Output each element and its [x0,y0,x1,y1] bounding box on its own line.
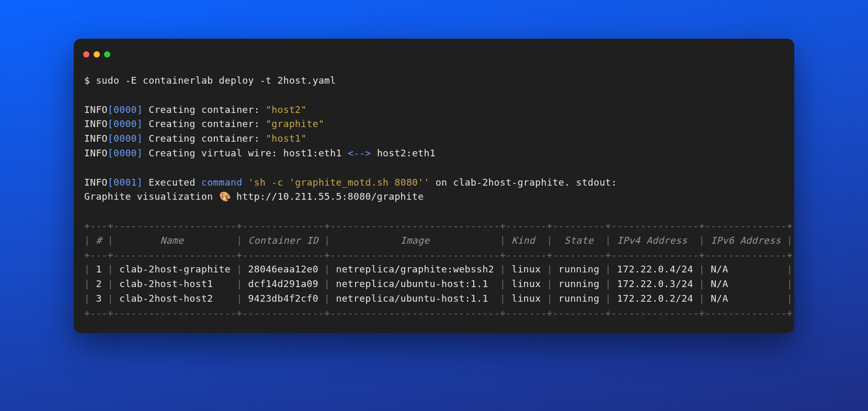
log-line-exec: INFO[0001] Executed command 'sh -c 'grap… [84,175,784,190]
td-state: running [558,293,599,304]
prompt-symbol: $ [84,75,96,86]
td-num: 3 [96,293,101,304]
palette-icon: 🎨 [219,191,231,202]
sep: | [231,278,248,289]
log-line-create-2: INFO[0000] Creating container: "host1" [84,131,784,146]
td-ipv6: N/A [711,264,781,275]
sep: | [599,264,617,275]
log-tag: INFO [84,104,108,115]
sep: | [84,293,96,304]
table-header-row: | # | Name | Container ID | Image | Kind… [84,233,784,248]
th-ipv4: IPv4 Address [617,235,693,246]
sep: | [781,235,793,246]
td-ipv4: 172.22.0.4/24 [617,264,693,275]
sep: | [318,235,336,246]
vis-url: http://10.211.55.5:8080/graphite [231,191,424,202]
td-container-id: 28046eaa12e0 [248,264,318,275]
table-border: +---+---------------------+-------------… [84,249,793,260]
exec-quote: '' [418,177,429,188]
log-timestamp: [0001] [108,177,143,188]
td-ipv6: N/A [711,278,781,289]
maximize-icon[interactable] [104,51,110,58]
sep: | [231,293,248,304]
sep: | [318,278,336,289]
th-ipv6: IPv6 Address [711,235,781,246]
th-container-id: Container ID [248,235,318,246]
table-row-1: | 2 | clab-2host-host1 | dcf14d291a09 | … [84,277,784,291]
sep: | [494,293,512,304]
th-image: Image [336,235,494,246]
td-name: clab-2host-host2 [119,293,231,304]
sep: | [84,278,96,289]
sep: | [102,264,120,275]
sep: | [599,278,617,289]
exec-quote: 'sh -c ' [248,177,295,188]
log-line-visualization: Graphite visualization 🎨 http://10.211.5… [84,189,784,204]
sep: | [318,264,336,275]
sep: | [541,264,558,275]
sep: | [494,264,512,275]
log-text: Creating container: [143,133,266,144]
sep: | [599,235,617,246]
sep: | [231,264,248,275]
log-timestamp: [0000] [108,133,143,144]
log-text: Creating container: [143,104,266,115]
table-border-line: +---+---------------------+-------------… [84,219,784,233]
sep: | [781,278,793,289]
sep: | [599,293,617,304]
td-num: 1 [96,264,101,275]
sep: | [494,278,512,289]
td-name: clab-2host-host1 [119,278,231,289]
log-timestamp: [0000] [108,147,143,158]
prompt-line: $ sudo -E containerlab deploy -t 2host.y… [84,73,784,88]
log-text: Creating virtual wire: host1:eth1 [143,147,348,158]
td-state: running [558,278,599,289]
th-num: # [96,235,101,246]
blank-line [84,161,784,175]
terminal-window: $ sudo -E containerlab deploy -t 2host.y… [74,39,794,333]
sep: | [102,293,120,304]
table-border: +---+---------------------+-------------… [84,220,793,231]
table-row-0: | 1 | clab-2host-graphite | 28046eaa12e0… [84,262,784,277]
log-container-name: "host1" [266,133,306,144]
th-name: Name [119,235,231,246]
td-container-id: 9423db4f2cf0 [248,293,318,304]
sep: | [541,278,558,289]
space [242,177,248,188]
sep: | [781,264,793,275]
shell-command: sudo -E containerlab deploy -t 2host.yam… [96,75,336,86]
log-text: Creating container: [143,118,266,129]
sep: | [494,235,512,246]
minimize-icon[interactable] [94,51,100,58]
table-border-line: +---+---------------------+-------------… [84,248,784,262]
wire-arrow: <--> [348,147,371,158]
exec-command-keyword: command [201,177,242,188]
log-timestamp: [0000] [108,104,143,115]
log-line-create-1: INFO[0000] Creating container: "graphite… [84,117,784,131]
sep: | [318,293,336,304]
blank-line [84,89,90,100]
sep: | [84,264,96,275]
close-icon[interactable] [83,51,89,58]
td-ipv4: 172.22.0.2/24 [617,293,693,304]
td-image: netreplica/graphite:webssh2 [336,264,494,275]
log-timestamp: [0000] [108,118,143,129]
log-tag: INFO [84,147,108,158]
exec-script: graphite_motd.sh 8080 [295,177,418,188]
log-tag: INFO [84,118,108,129]
table-row-2: | 3 | clab-2host-host2 | 9423db4f2cf0 | … [84,291,784,306]
table-border-line: +---+---------------------+-------------… [84,306,784,321]
log-line-create-0: INFO[0000] Creating container: "host2" [84,102,784,117]
sep: | [231,235,248,246]
window-titlebar [74,49,794,66]
blank-line [84,162,90,173]
td-name: clab-2host-graphite [119,264,231,275]
sep: | [693,293,711,304]
sep: | [84,235,96,246]
sep: | [781,293,793,304]
td-container-id: dcf14d291a09 [248,278,318,289]
sep: | [693,264,711,275]
th-state: State [558,235,599,246]
td-kind: linux [511,293,541,304]
log-line-wire: INFO[0000] Creating virtual wire: host1:… [84,146,784,161]
